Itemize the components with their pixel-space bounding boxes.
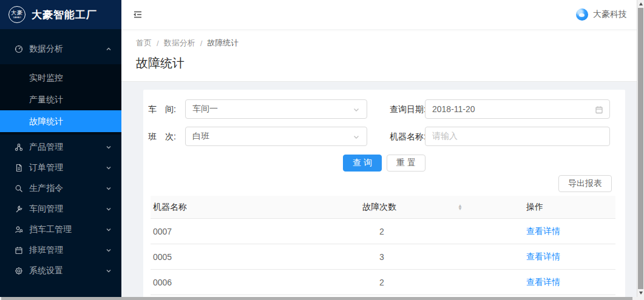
export-report-button[interactable]: 导出报表 xyxy=(558,175,612,192)
cell-machine-name: 0005 xyxy=(151,252,362,262)
shift-filter: 班 次: 白班 xyxy=(148,127,367,146)
breadcrumb-data-analysis[interactable]: 数据分析 xyxy=(164,38,195,48)
sidebar-item-operator-mgmt[interactable]: 挡车工管理 xyxy=(0,219,121,240)
workshop-label: 车 间: xyxy=(148,99,185,119)
view-details-link[interactable]: 查看详情 xyxy=(526,226,560,236)
worker-icon xyxy=(15,225,23,234)
sidebar-item-label: 生产指令 xyxy=(29,183,106,194)
sidebar-item-label: 数据分析 xyxy=(29,44,106,55)
sidebar-item-label: 订单管理 xyxy=(29,162,106,173)
sidebar-item-realtime-monitor[interactable]: 实时监控 xyxy=(0,67,121,88)
sidebar-submenu-data-analysis: 实时监控 产量统计 故障统计 xyxy=(0,64,121,135)
date-label: 查询日期: xyxy=(390,99,425,119)
vertical-scrollbar[interactable] xyxy=(637,0,644,297)
sidebar-item-product-mgmt[interactable]: 产品管理 xyxy=(0,137,121,158)
sidebar-item-label: 排班管理 xyxy=(29,245,106,256)
sidebar-item-data-analysis[interactable]: 数据分析 xyxy=(0,39,121,59)
machine-name-input[interactable]: 请输入 xyxy=(425,127,610,146)
table-header: 机器名称 故障次数 ▲ ▼ 操作 xyxy=(151,196,615,219)
tool-icon xyxy=(15,205,23,213)
top-bar: 大豪科技 xyxy=(121,0,644,29)
horizontal-scrollbar-thumb[interactable] xyxy=(1,297,632,300)
calendar-icon xyxy=(595,105,603,114)
breadcrumb-separator: / xyxy=(157,39,159,48)
chevron-down-icon xyxy=(106,144,112,150)
sidebar-item-order-mgmt[interactable]: 订单管理 xyxy=(0,158,121,178)
reset-button[interactable]: 重 置 xyxy=(387,155,425,172)
filter-actions: 查 询 重 置 xyxy=(148,155,620,172)
filter-row-2: 班 次: 白班 机器名称: 请输入 xyxy=(148,127,620,146)
sidebar: 大豪 DAHAO 大豪智能工厂 数据分析 实时监控 产量统计 故障统计 xyxy=(0,0,121,300)
scroll-down-icon[interactable] xyxy=(637,289,644,297)
sidebar-item-workshop-mgmt[interactable]: 车间管理 xyxy=(0,199,121,219)
content-area: 车 间: 车间一 查询日期: 2018-11-20 xyxy=(121,82,644,300)
chevron-down-icon xyxy=(106,227,112,233)
breadcrumb-current: 故障统计 xyxy=(207,38,239,48)
sidebar-menu: 数据分析 实时监控 产量统计 故障统计 产品管理 xyxy=(0,29,121,281)
sidebar-item-label: 挡车工管理 xyxy=(29,224,106,235)
sidebar-item-output-stats[interactable]: 产量统计 xyxy=(0,88,121,110)
sorter[interactable]: ▲ ▼ xyxy=(458,204,463,210)
calendar-icon xyxy=(15,246,23,255)
chevron-down-icon xyxy=(106,165,112,171)
breadcrumb-home[interactable]: 首页 xyxy=(136,38,152,48)
cell-machine-name: 0007 xyxy=(151,227,362,236)
scroll-up-icon[interactable] xyxy=(637,0,644,8)
chevron-down-icon xyxy=(352,133,361,141)
sidebar-item-failure-stats[interactable]: 故障统计 xyxy=(0,110,121,132)
cell-machine-name: 0006 xyxy=(151,278,362,287)
file-icon xyxy=(15,164,23,172)
app-root: 大豪 DAHAO 大豪智能工厂 数据分析 实时监控 产量统计 故障统计 xyxy=(0,0,644,300)
shift-label: 班 次: xyxy=(148,127,185,146)
table-row: 0007 2 查看详情 xyxy=(151,219,615,244)
breadcrumb: 首页 / 数据分析 / 故障统计 xyxy=(136,38,629,48)
col-header-failure-count[interactable]: 故障次数 ▲ ▼ xyxy=(362,202,517,213)
export-row: 导出报表 xyxy=(148,175,620,192)
view-details-link[interactable]: 查看详情 xyxy=(526,277,560,287)
sidebar-item-label: 系统设置 xyxy=(29,265,106,276)
chevron-down-icon xyxy=(106,185,112,192)
cell-failure-count: 2 xyxy=(362,227,517,236)
vertical-scrollbar-thumb[interactable] xyxy=(638,8,643,289)
logo: 大豪 DAHAO 大豪智能工厂 xyxy=(0,0,121,29)
sidebar-item-label: 车间管理 xyxy=(29,204,106,215)
cluster-icon xyxy=(15,143,23,152)
sidebar-item-shift-mgmt[interactable]: 排班管理 xyxy=(0,240,121,261)
query-button[interactable]: 查 询 xyxy=(343,155,382,172)
table-row: 0006 2 查看详情 xyxy=(151,270,615,295)
filter-row-1: 车 间: 车间一 查询日期: 2018-11-20 xyxy=(148,99,620,119)
view-details-link[interactable]: 查看详情 xyxy=(526,252,560,261)
machine-name-label: 机器名称: xyxy=(390,127,425,146)
sidebar-item-label: 产品管理 xyxy=(29,142,106,153)
gear-icon xyxy=(15,267,23,275)
page-title: 故障统计 xyxy=(136,55,629,72)
col-header-failure-count-label: 故障次数 xyxy=(362,202,396,212)
sidebar-item-production-order[interactable]: 生产指令 xyxy=(0,178,121,199)
breadcrumb-separator: / xyxy=(200,39,203,48)
horizontal-scrollbar[interactable] xyxy=(0,297,644,300)
sidebar-item-system-settings[interactable]: 系统设置 xyxy=(0,261,121,281)
main-area: 大豪科技 首页 / 数据分析 / 故障统计 故障统计 车 间: 车间一 xyxy=(121,0,644,300)
date-picker[interactable]: 2018-11-20 xyxy=(425,99,610,119)
chevron-up-icon xyxy=(106,46,112,52)
shift-select[interactable]: 白班 xyxy=(185,127,367,146)
logo-emblem-en: DAHAO xyxy=(13,16,21,19)
table-row: 0005 3 查看详情 xyxy=(151,244,615,270)
workshop-filter: 车 间: 车间一 xyxy=(148,99,367,119)
user-name: 大豪科技 xyxy=(593,9,627,20)
chevron-down-icon xyxy=(106,206,112,212)
cell-failure-count: 3 xyxy=(362,252,517,262)
shift-select-value: 白班 xyxy=(192,131,209,142)
dahao-logo-icon: 大豪 DAHAO xyxy=(8,6,25,23)
col-header-action: 操作 xyxy=(517,202,615,213)
date-filter: 查询日期: 2018-11-20 xyxy=(390,99,610,119)
user-menu[interactable]: 大豪科技 xyxy=(576,8,627,21)
chevron-down-icon xyxy=(352,105,361,114)
dashboard-icon xyxy=(15,45,23,53)
content-card: 车 间: 车间一 查询日期: 2018-11-20 xyxy=(143,90,625,300)
menu-fold-icon[interactable] xyxy=(132,9,143,20)
avatar xyxy=(576,8,588,21)
logo-emblem-cn: 大豪 xyxy=(11,10,23,16)
machine-name-placeholder: 请输入 xyxy=(432,131,458,142)
workshop-select[interactable]: 车间一 xyxy=(185,99,367,119)
